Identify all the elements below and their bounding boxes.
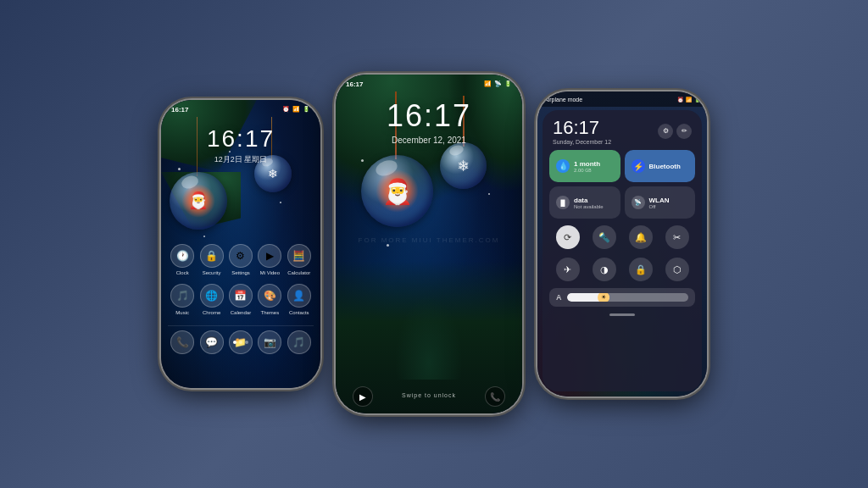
cc-header-icons: ⚙ ✏ [658,124,692,139]
cc-flashlight-button[interactable]: 🔦 [593,225,616,249]
app-clock-icon: 🕐 [170,244,194,268]
cc-settings-icon[interactable]: ⚙ [658,124,673,139]
dock-row: 📞 💬 📁 📷 🎵 [168,325,314,354]
youtube-button[interactable]: ▶ [353,386,373,407]
app-row-2: 🎵 Music 🌐 Chrome 📅 Calendar 🎨 Themes 👤 [168,284,314,315]
snowflake [203,236,205,237]
page-dot-2 [239,341,242,344]
cc-tile-data[interactable]: 💧 1 month 2.00 GB [549,150,620,182]
app-music-icon: 🎵 [170,284,194,308]
airplane-alarm-icon: ⏰ [677,97,683,103]
cc-tile-bluetooth[interactable]: ⚡ Bluetooth [625,150,696,182]
cc-buttons-row-1: ⟳ 🔦 🔔 ✂ [549,224,695,251]
cc-lock-button[interactable]: 🔒 [629,258,653,281]
airplane-signal-icon: 📶 [686,97,692,103]
lock-signal-icon: 📶 [484,80,492,87]
cc-data-text: 1 month 2.00 GB [574,160,600,173]
lock-ornament-snowflake: ❄ [440,142,487,189]
app-themes-label: Themes [261,310,280,315]
airplane-icons: ⏰ 📶 🔋 [677,97,700,103]
status-time: 16:17 [171,106,188,114]
cc-header: 16:17 Sunday, December 12 ⚙ ✏ [549,117,695,145]
cc-date: Sunday, December 12 [553,139,611,145]
lock-screen: 🎅 ❄ 16:17 📶 📡 🔋 16:17 December 12, 2021 … [336,75,522,413]
app-settings[interactable]: ⚙ Settings [229,244,253,275]
app-mi-video[interactable]: ▶ Mi Video [258,244,281,275]
cc-data-amount: 2.00 GB [574,168,600,173]
app-row-1: 🕐 Clock 🔒 Security ⚙ Settings ▶ Mi Video… [168,244,314,275]
control-center-screen: Airplane mode ⏰ 📶 🔋 16:17 Sunday, Decemb… [537,92,707,396]
clock-time: 16:17 [161,125,320,152]
airplane-bar: Airplane mode ⏰ 📶 🔋 [537,92,707,107]
cc-wlan-status: Off [649,204,670,209]
cc-tiles-grid: 💧 1 month 2.00 GB ⚡ Bluetooth ▐▌ [549,150,695,219]
cc-brightness-control: A ☀ [549,288,695,307]
page-dots [168,341,314,344]
phone-lock-screen: 🎅 ❄ 16:17 📶 📡 🔋 16:17 December 12, 2021 … [336,75,522,413]
snowflake [387,244,389,247]
cc-bell-button[interactable]: 🔔 [629,225,653,249]
page-dot-1 [233,341,236,344]
app-calculator-icon: 🧮 [287,244,311,268]
phone-home-screen: 🎅 ❄ 16:17 ⏰ 📶 🔋 16:17 12月2日 星期日 🕐 [161,100,320,388]
ornament-santa: 🎅 [170,172,227,230]
app-music[interactable]: 🎵 Music [170,284,194,315]
cc-screenshot-button[interactable]: ✂ [665,225,689,249]
app-calendar-icon: 📅 [229,284,253,308]
app-mi-video-label: Mi Video [260,270,280,275]
cc-tile-mobile-data[interactable]: ▐▌ data Not available [549,186,620,219]
page-dot-3 [245,341,248,344]
app-contacts[interactable]: 👤 Contacts [287,284,311,315]
clock-date: 12月2日 星期日 [161,154,320,165]
cc-contrast-button[interactable]: ◑ [593,258,616,281]
lock-status-time: 16:17 [346,80,363,88]
app-calendar-label: Calendar [231,310,251,315]
cc-wlan-icon: 📡 [632,196,645,209]
santa-figure: 🎅 [181,184,216,219]
app-grid: 🕐 Clock 🔒 Security ⚙ Settings ▶ Mi Video… [168,244,314,363]
cc-mobile-data-title: data [574,197,604,204]
home-indicator-bar [609,313,635,316]
app-calculator[interactable]: 🧮 Calculator [287,244,311,275]
phone-button[interactable]: 📞 [485,386,505,407]
lock-santa-figure: 🎅 [376,169,419,213]
cc-rotate-button[interactable]: ⟳ [556,225,580,249]
app-clock[interactable]: 🕐 Clock [170,244,194,275]
app-security[interactable]: 🔒 Security [200,244,224,275]
app-chrome-label: Chrome [203,310,220,315]
app-contacts-icon: 👤 [287,284,311,308]
cc-tile-wlan[interactable]: 📡 WLAN Off [625,186,696,219]
lock-status-bar: 16:17 📶 📡 🔋 [336,75,522,93]
lock-wifi-icon: 📡 [494,80,502,87]
cc-mobile-data-text: data Not available [574,197,604,209]
cc-bluetooth-label: Bluetooth [649,163,681,170]
app-security-label: Security [203,270,221,275]
app-security-icon: 🔒 [200,244,224,268]
cc-location-button[interactable]: ⬡ [665,258,689,281]
app-themes[interactable]: 🎨 Themes [258,284,281,315]
lock-clock-date: December 12, 2021 [336,136,522,145]
app-calculator-label: Calculator [287,270,310,275]
home-clock: 16:17 12月2日 星期日 [161,125,320,165]
app-calendar[interactable]: 📅 Calendar [229,284,253,315]
status-bar: 16:17 ⏰ 📶 🔋 [161,100,320,119]
bluetooth-icon: ⚡ [632,159,645,173]
lock-ornament-santa: 🎅 [361,155,433,227]
cc-home-indicator [549,313,695,316]
cc-brightness-thumb[interactable]: ☀ [598,293,609,302]
lock-clock: 16:17 December 12, 2021 [336,98,522,145]
lock-battery-icon: 🔋 [504,80,512,87]
cc-edit-icon[interactable]: ✏ [676,124,692,139]
lock-snowflake-symbol: ❄ [457,157,470,175]
cc-brightness-track[interactable]: ☀ [567,293,689,302]
snowflake [361,159,364,162]
cc-airplane-button[interactable]: ✈ [556,258,580,281]
battery-icon: 🔋 [303,106,310,113]
cc-wlan-text: WLAN Off [649,197,670,209]
watermark: FOR MORE MIUI THEMER.COM [336,236,522,244]
cc-wlan-title: WLAN [649,197,670,204]
cc-time: 16:17 [553,117,611,139]
airplane-battery-icon: 🔋 [694,97,700,103]
app-chrome[interactable]: 🌐 Chrome [200,284,224,315]
cc-data-icon: 💧 [556,159,570,173]
